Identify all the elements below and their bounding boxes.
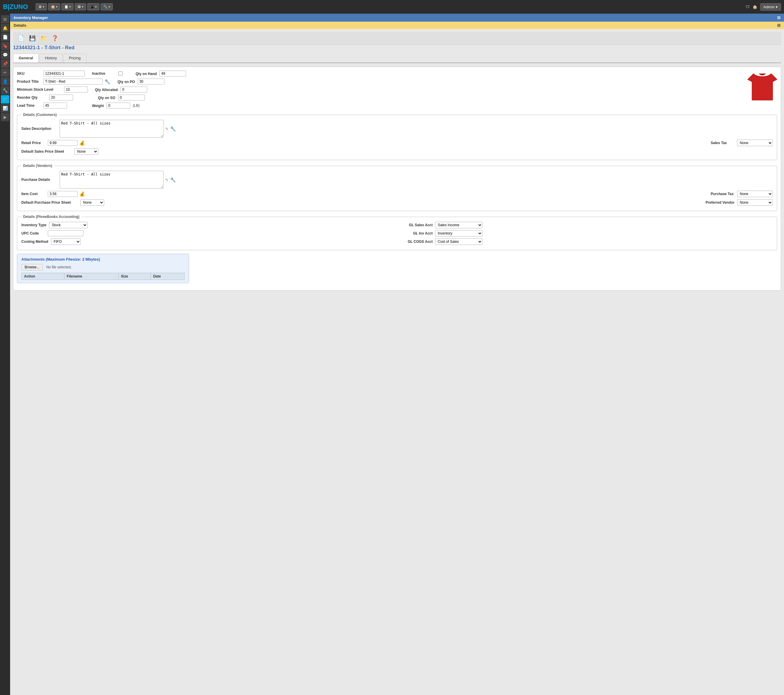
inventory-type-label: Inventory Type — [21, 223, 46, 227]
qty-on-hand-input[interactable] — [159, 71, 186, 77]
section-header: Inventory Manager ⊟ — [10, 14, 784, 21]
screen-menu-btn[interactable]: 🖥 ▾ — [36, 3, 47, 10]
qty-allocated-spacer: Qty Allocated — [95, 87, 119, 92]
purchase-details-label: Purchase Details — [21, 177, 57, 182]
edit-desc-icon[interactable]: 🔧 — [170, 126, 176, 131]
att-table-head: Action Filename Size Date — [21, 273, 184, 280]
min-stock-label: Minimum Stock Level — [17, 87, 61, 92]
edit-purchase-icon[interactable]: 🔧 — [170, 177, 176, 182]
product-title-input[interactable] — [43, 79, 103, 84]
copy-button[interactable]: 📁 — [39, 34, 49, 43]
top-right: 🛡 🏠 Admin ▾ — [746, 3, 781, 11]
tab-history[interactable]: History — [39, 54, 62, 62]
inactive-label: Inactive — [92, 71, 116, 76]
clipboard-menu-btn[interactable]: 📋 ▾ — [61, 3, 74, 10]
gl-cogs-select[interactable]: Cost of Sales — [435, 238, 483, 245]
upc-code-row: UPC Code — [21, 230, 394, 236]
default-purchase-select[interactable]: None — [81, 199, 104, 206]
default-sales-price-row: Default Sales Price Sheet None — [21, 148, 773, 155]
item-cost-input[interactable] — [48, 191, 77, 197]
admin-button[interactable]: Admin ▾ — [760, 3, 781, 11]
tools-menu-btn[interactable]: 🔧 ▾ — [100, 3, 113, 10]
sidebar-icon-pins[interactable]: 📌 — [1, 59, 9, 68]
weight-label: Weight — [92, 104, 104, 108]
toolbar: 📄 💾 📁 ❓ — [13, 32, 781, 45]
purchase-tax-select[interactable]: None — [737, 191, 773, 197]
lead-time-input[interactable] — [43, 103, 67, 108]
default-purchase-label: Default Purchase Price Sheet — [21, 200, 78, 205]
preferred-vendor-select[interactable]: None — [737, 199, 773, 206]
vendors-fieldset: Details (Vendors) Purchase Details Red T… — [17, 164, 777, 211]
sidebar-icon-notifications[interactable]: 🔔 — [1, 24, 9, 32]
att-header-row: Action Filename Size Date — [21, 273, 184, 280]
accounting-right: GL Sales Acct Sales Income GL Inv Acct I… — [400, 222, 773, 247]
section-header-label: Inventory Manager — [14, 15, 48, 20]
mobile-menu-btn[interactable]: 📱 ▾ — [87, 3, 99, 10]
sales-tax-label: Sales Tax — [711, 141, 735, 145]
collapse-icon[interactable]: ⊟ — [777, 15, 781, 20]
tab-general[interactable]: General — [13, 54, 39, 62]
weight-input[interactable] — [107, 103, 130, 108]
gl-sales-select[interactable]: Sales Income — [435, 222, 483, 228]
inactive-checkbox[interactable] — [119, 71, 123, 76]
sidebar-icon-reports[interactable]: 📊 — [1, 104, 9, 112]
lead-time-label: Lead Time — [17, 104, 41, 108]
item-cost-icon[interactable]: 💰 — [79, 191, 85, 197]
resize-purchase-icon[interactable]: ⤡ — [165, 177, 168, 182]
sidebar-icon-messages[interactable]: 💬 — [1, 51, 9, 59]
sidebar-icon-settings[interactable]: 🔧 — [1, 86, 9, 95]
gl-sales-row: GL Sales Acct Sales Income — [400, 222, 773, 228]
item-cost-label: Item Cost — [21, 192, 45, 196]
reorder-qty-input[interactable] — [49, 95, 73, 100]
tab-pricing[interactable]: Pricing — [63, 54, 86, 62]
retail-price-icon[interactable]: 💰 — [79, 140, 85, 146]
qty-on-so-input[interactable] — [118, 95, 145, 100]
browse-button[interactable]: Browse... — [21, 264, 43, 270]
inventory-type-select[interactable]: Stock Non-Stock Service — [49, 222, 87, 228]
costing-method-select[interactable]: FIFO LIFO Average — [51, 238, 81, 245]
sidebar-icon-edit[interactable]: ✏ — [1, 69, 9, 77]
lead-time-row: Lead Time Weight (LB) — [17, 103, 743, 108]
sidebar-icon-dashboard[interactable]: ⊞ — [1, 15, 9, 23]
sub-collapse-icon[interactable]: ⊟ — [777, 23, 781, 28]
product-image — [748, 71, 777, 104]
tabs: General History Pricing — [13, 54, 781, 63]
sidebar: ⊞ 🔔 📄 🔖 💬 📌 ✏ 👤 🔧 🛒 📊 ▶ — [0, 14, 10, 695]
sku-input[interactable] — [43, 71, 85, 77]
purchase-details-row: Purchase Details Red T-Shirt - All sizes… — [21, 171, 773, 189]
att-col-size: Size — [119, 273, 151, 280]
gl-inv-select[interactable]: Inventory — [435, 230, 483, 237]
retail-price-row: Retail Price 💰 Sales Tax None — [21, 140, 773, 146]
sidebar-icon-user[interactable]: 👤 — [1, 77, 9, 86]
home-menu-btn[interactable]: 🏠 ▾ — [48, 3, 60, 10]
resize-desc-icon[interactable]: ⤡ — [165, 127, 168, 131]
default-sales-label: Default Sales Price Sheet — [21, 150, 72, 154]
min-stock-row: Minimum Stock Level Qty Allocated — [17, 87, 743, 92]
upc-code-input[interactable] — [48, 230, 83, 236]
sidebar-icon-bookmarks[interactable]: 🔖 — [1, 42, 9, 50]
reorder-qty-row: Reorder Qty Qty on SO — [17, 95, 743, 100]
min-stock-input[interactable] — [64, 87, 88, 92]
att-col-filename: Filename — [64, 273, 119, 280]
new-button[interactable]: 📄 — [16, 34, 26, 43]
attachments-section: Attachments (Maximum Filesize: 2 Mbytes)… — [17, 254, 189, 283]
edit-title-icon[interactable]: 🔧 — [104, 79, 110, 84]
retail-price-input[interactable] — [48, 140, 77, 146]
sidebar-icon-documents[interactable]: 📄 — [1, 33, 9, 41]
sales-desc-textarea[interactable]: Red T-Shirt - All sizes — [60, 120, 163, 138]
sales-tax-select[interactable]: None — [737, 140, 773, 146]
default-sales-price-select[interactable]: None — [74, 148, 98, 155]
vendors-legend: Details (Vendors) — [21, 164, 54, 168]
qty-allocated-input[interactable] — [120, 87, 147, 92]
sidebar-icon-cart[interactable]: 🛒 — [1, 95, 9, 104]
sales-desc-label: Sales Description — [21, 127, 57, 131]
product-title-label: Product Title — [17, 79, 41, 84]
purchase-details-textarea[interactable]: Red T-Shirt - All sizes — [60, 171, 163, 189]
qty-on-so-label: Qty on SO — [98, 96, 115, 100]
sidebar-icon-play[interactable]: ▶ — [1, 113, 9, 121]
save-button[interactable]: 💾 — [27, 34, 37, 43]
bank-menu-btn[interactable]: 🏛 ▾ — [75, 3, 86, 10]
qty-on-po-input[interactable] — [138, 79, 165, 84]
help-button[interactable]: ❓ — [50, 34, 60, 43]
shield-icon: 🛡 — [746, 5, 749, 9]
